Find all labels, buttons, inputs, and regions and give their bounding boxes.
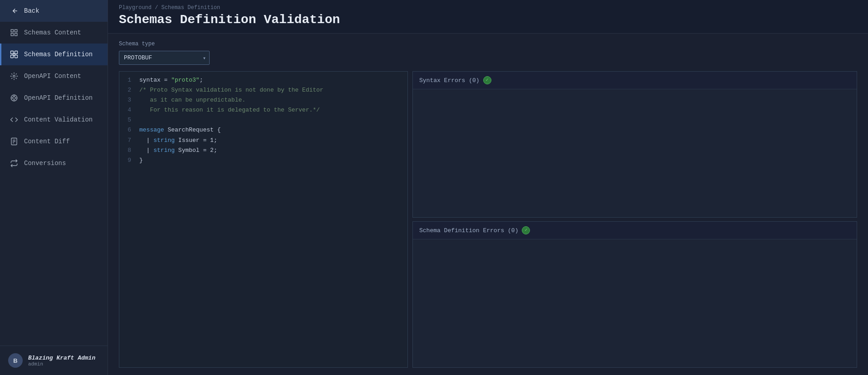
schema-type-select[interactable]: PROTOBUF AVRO JSON [119,51,210,65]
svg-point-10 [13,75,15,78]
target-icon [10,93,19,102]
page-title: Schemas Definition Validation [119,13,857,27]
svg-rect-1 [11,29,13,32]
right-panels: Syntax Errors (0) Schema Definition Erro… [412,71,857,368]
sidebar-item-schemas-content[interactable]: Schemas Content [0,22,108,44]
svg-rect-2 [15,29,17,32]
breadcrumb: Playground / Schemas Definition [119,5,857,11]
schema-type-wrapper: PROTOBUF AVRO JSON ▾ [119,51,210,65]
code-editor-panel[interactable]: 1 2 3 4 5 6 7 8 9 syntax = "proto3"; /* … [119,71,408,368]
sidebar-item-schemas-definition[interactable]: Schemas Definition [0,44,108,65]
sidebar-item-content-validation[interactable]: Content Validation [0,109,108,131]
content-area: Schema type PROTOBUF AVRO JSON ▾ 1 2 3 4 [108,34,868,375]
grid-definition-icon [10,50,19,59]
syntax-errors-header: Syntax Errors (0) [413,72,857,89]
syntax-errors-panel: Syntax Errors (0) [412,71,857,218]
user-role: admin [28,361,95,367]
svg-rect-3 [11,34,13,36]
schema-definition-errors-header: Schema Definition Errors (0) [413,222,857,239]
svg-rect-9 [15,55,18,58]
page-header: Playground / Schemas Definition Schemas … [108,0,868,34]
syntax-errors-body [413,89,857,217]
schema-definition-errors-title: Schema Definition Errors (0) [419,227,518,234]
code-icon [10,115,19,124]
editors-row: 1 2 3 4 5 6 7 8 9 syntax = "proto3"; /* … [119,71,857,368]
sidebar-user[interactable]: B Blazing Kraft Admin admin [0,346,108,375]
schema-definition-errors-body [413,239,857,367]
grid-icon [10,28,19,37]
sidebar-item-label: Schemas Content [24,29,81,36]
sidebar: Back Schemas Content Schemas Definition … [0,0,108,375]
avatar: B [8,353,23,368]
schema-definition-errors-panel: Schema Definition Errors (0) [412,221,857,368]
sidebar-item-label: Content Diff [24,138,70,145]
svg-point-12 [13,97,15,99]
sidebar-item-openapi-definition[interactable]: OpenAPI Definition [0,87,108,109]
svg-rect-8 [11,55,14,58]
settings-icon [10,72,19,81]
user-name: Blazing Kraft Admin [28,355,95,361]
sidebar-item-conversions[interactable]: Conversions [0,152,108,174]
doc-icon [10,137,19,146]
sidebar-item-label: OpenAPI Definition [24,94,93,102]
convert-icon [10,159,19,168]
syntax-ok-icon [483,76,491,84]
back-icon [10,6,19,15]
sidebar-item-content-diff[interactable]: Content Diff [0,131,108,152]
svg-rect-4 [15,34,17,36]
svg-rect-7 [15,51,18,54]
sidebar-item-label: Schemas Definition [24,51,93,58]
schema-type-label: Schema type [119,41,857,47]
code-editor-content[interactable]: 1 2 3 4 5 6 7 8 9 syntax = "proto3"; /* … [119,72,407,367]
sidebar-item-label: Content Validation [24,116,93,123]
main-content: Playground / Schemas Definition Schemas … [108,0,868,375]
user-info: Blazing Kraft Admin admin [28,355,95,367]
sidebar-item-label: OpenAPI Content [24,73,81,80]
sidebar-back-label: Back [24,7,39,15]
sidebar-item-label: Conversions [24,160,66,167]
sidebar-item-openapi-content[interactable]: OpenAPI Content [0,65,108,87]
code-content[interactable]: syntax = "proto3"; /* Proto Syntax valid… [136,75,407,364]
syntax-errors-title: Syntax Errors (0) [419,77,480,84]
schema-definition-ok-icon [522,226,530,234]
line-numbers: 1 2 3 4 5 6 7 8 9 [119,75,136,364]
sidebar-spacer [0,174,108,346]
sidebar-back-button[interactable]: Back [0,0,108,22]
svg-rect-6 [11,51,14,54]
